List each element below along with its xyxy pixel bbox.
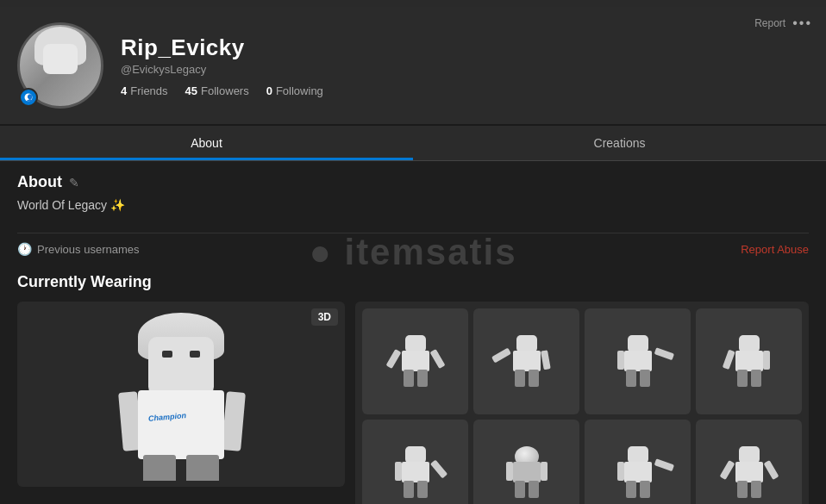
mini-char-8 [727, 446, 772, 500]
following-stat[interactable]: 0 Following [266, 84, 323, 97]
champion-logo: Champion [148, 411, 187, 423]
outfit-item-2[interactable] [473, 308, 579, 414]
online-icon: 👤 [23, 92, 34, 103]
about-title: About [17, 173, 62, 191]
profile-username: Rip_Evicky [121, 34, 809, 61]
currently-wearing-title: Currently Wearing [17, 273, 809, 291]
tab-about[interactable]: About [0, 126, 413, 160]
profile-info: Rip_Evicky @EvickysLegacy 4 Friends 45 F… [121, 34, 809, 97]
friends-stat[interactable]: 4 Friends [121, 84, 168, 97]
followers-count: 45 [185, 84, 197, 97]
mini-char-7 [616, 446, 660, 500]
currently-wearing-section: Currently Wearing 3D Champion [17, 273, 809, 504]
avatar-head [43, 44, 78, 74]
report-button[interactable]: Report [754, 17, 785, 29]
clock-icon: 🕐 [17, 242, 32, 256]
outfit-item-4[interactable] [696, 308, 802, 414]
main-content: About ✎ World Of Legacy ✨ 🕐 Previous use… [0, 161, 826, 504]
svg-text:👤: 👤 [26, 94, 34, 102]
prev-usernames-left[interactable]: 🕐 Previous usernames [17, 242, 140, 256]
about-bio: World Of Legacy ✨ [17, 198, 809, 212]
tabs-container: About Creations [0, 126, 826, 161]
outfit-item-8[interactable] [696, 420, 802, 504]
top-bar [0, 0, 826, 7]
char-leg-left [143, 455, 176, 481]
followers-stat[interactable]: 45 Followers [185, 84, 249, 97]
prev-usernames-label: Previous usernames [37, 243, 140, 256]
online-badge: 👤 [19, 88, 38, 107]
previous-usernames-row: 🕐 Previous usernames Report Abuse [17, 233, 809, 264]
outfits-grid-wrapper [355, 302, 809, 504]
friends-count: 4 [121, 84, 127, 97]
outfit-item-6[interactable] [473, 420, 579, 504]
char-eye-right [190, 351, 200, 358]
more-options-button[interactable]: ••• [792, 16, 812, 31]
outfit-item-5[interactable] [362, 420, 468, 504]
tab-creations[interactable]: Creations [413, 126, 826, 160]
friends-label: Friends [130, 84, 167, 97]
avatar-3d-view[interactable]: 3D Champion [17, 302, 345, 487]
outfit-item-7[interactable] [585, 420, 691, 504]
mini-char-2 [504, 335, 549, 389]
profile-stats: 4 Friends 45 Followers 0 Following [121, 84, 809, 97]
wearing-layout: 3D Champion [17, 302, 809, 504]
edit-icon[interactable]: ✎ [69, 176, 79, 190]
followers-label: Followers [201, 84, 249, 97]
char-torso: Champion [138, 390, 224, 459]
outfit-item-3[interactable] [585, 308, 691, 414]
following-label: Following [276, 84, 323, 97]
mini-char-5 [393, 446, 438, 500]
char-eye-left [162, 351, 172, 358]
badge-3d: 3D [311, 308, 338, 326]
avatar-wrapper: 👤 [17, 22, 103, 109]
profile-handle: @EvickysLegacy [121, 63, 809, 76]
about-header: About ✎ [17, 173, 809, 191]
char-head [148, 337, 214, 395]
outfits-grid [362, 308, 802, 504]
outfit-item-1[interactable] [362, 308, 468, 414]
char-arm-right [222, 391, 246, 451]
mini-char-3 [616, 335, 660, 389]
char-leg-right [186, 455, 219, 481]
mini-char-4 [727, 335, 772, 389]
report-abuse-button[interactable]: Report Abuse [741, 243, 809, 256]
mini-char-6 [504, 446, 549, 500]
header-actions: Report ••• [754, 16, 812, 31]
about-section: About ✎ World Of Legacy ✨ [17, 161, 809, 233]
character-3d: Champion [112, 313, 250, 476]
profile-header: 👤 Rip_Evicky @EvickysLegacy 4 Friends 45… [0, 7, 826, 124]
mini-char-1 [393, 335, 438, 389]
following-count: 0 [266, 84, 272, 97]
